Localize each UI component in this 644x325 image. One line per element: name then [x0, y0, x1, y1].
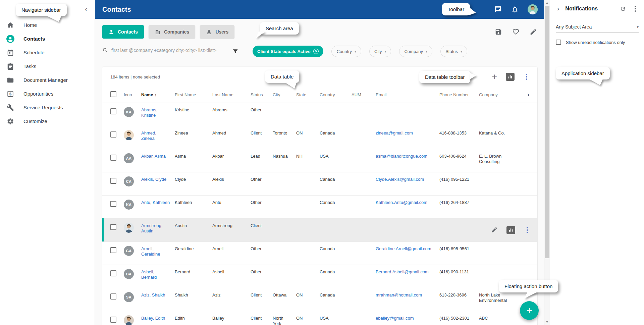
table-row[interactable]: BA Asbell, Bernard Bernard Asbell Other … [102, 265, 537, 288]
row-checkbox[interactable] [110, 317, 116, 323]
panel-collapse-chevron-icon[interactable]: › [557, 5, 559, 12]
table-row[interactable]: AA Akbar, Asma Asma Akbar Lead Nashua NH… [102, 149, 537, 172]
scrollbar-thumb[interactable] [545, 6, 549, 258]
status-filter-chip[interactable]: Status▾ [440, 46, 467, 57]
contact-email-link[interactable]: ebailey@gmail.com [376, 316, 414, 321]
column-header-status[interactable]: Status [251, 92, 273, 97]
column-header-company[interactable]: Company [479, 92, 519, 97]
column-header-last-name[interactable]: Last Name [212, 92, 251, 97]
row-column-setup-icon[interactable] [506, 226, 515, 234]
column-setup-icon[interactable] [506, 73, 515, 81]
active-filter-chip[interactable]: Client State equals Active ✕ [253, 46, 323, 57]
city-filter-chip[interactable]: City▾ [369, 46, 391, 57]
contact-email-link[interactable]: mrahman@hotmail.com [376, 292, 422, 297]
contact-name-link[interactable]: Armstrong, Austin [141, 223, 163, 233]
refresh-icon[interactable] [619, 5, 627, 12]
row-checkbox[interactable] [110, 155, 116, 161]
notifications-bell-icon[interactable] [511, 5, 519, 13]
filter-funnel-icon[interactable] [231, 47, 239, 55]
contact-email-link[interactable]: zineea@gmail.com [376, 130, 413, 136]
column-header-aum[interactable]: AUM [352, 92, 376, 97]
contact-name-link[interactable]: Asbell, Bernard [141, 269, 157, 280]
column-header-email[interactable]: Email [376, 92, 439, 97]
contact-name-link[interactable]: Bailey, Edith [141, 316, 165, 321]
tab-label: Companies [164, 29, 189, 35]
contact-name-link[interactable]: Alexis, Clyde [141, 177, 166, 182]
scroll-down-icon[interactable]: ▼ [544, 319, 550, 325]
table-row[interactable]: KA Antu, Kathleen Kathleen Antu Other Ca… [102, 196, 537, 219]
row-checkbox[interactable] [110, 293, 116, 300]
chip-close-icon[interactable]: ✕ [313, 49, 319, 54]
unread-only-checkbox[interactable] [556, 40, 561, 45]
favorite-heart-icon[interactable] [512, 28, 520, 36]
table-row[interactable]: KA Abrams, Kristine Kristine Abrams Othe… [102, 103, 537, 126]
contact-name-link[interactable]: Ahmed, Zineea [141, 130, 156, 141]
edit-pencil-icon[interactable] [529, 28, 537, 36]
table-row[interactable]: SA Aziz, Shaikh Shaikh Aziz Client Ottaw… [102, 288, 537, 311]
sidebar-collapse-icon[interactable]: ‹ [85, 5, 87, 13]
row-checkbox[interactable] [110, 178, 116, 184]
table-row[interactable]: GA Arnell, Geraldine Geraldine Arnell Ot… [102, 242, 537, 265]
search-field[interactable] [102, 47, 224, 55]
row-checkbox[interactable] [110, 270, 116, 276]
column-header-state[interactable]: State [296, 92, 320, 97]
cell-state: ON [296, 288, 320, 311]
tab-contacts[interactable]: Contacts [102, 25, 144, 39]
row-edit-pencil-icon[interactable] [491, 226, 498, 234]
nav-item-contacts[interactable]: Contacts [0, 32, 95, 46]
column-header-name[interactable]: Name↑ [141, 92, 175, 97]
vertical-scrollbar[interactable]: ▲ ▼ [544, 0, 550, 325]
tab-companies[interactable]: Companies [149, 25, 195, 39]
nav-item-customize[interactable]: Customize [0, 114, 95, 128]
contact-email-link[interactable]: Kathleen.Antu@gmail.com [376, 200, 427, 205]
scroll-up-icon[interactable]: ▲ [544, 0, 550, 6]
nav-item-service-requests[interactable]: Service Requests [0, 101, 95, 114]
column-header-country[interactable]: Country [320, 92, 352, 97]
more-columns-chevron-icon[interactable]: › [527, 91, 531, 98]
contact-name-link[interactable]: Arnell, Geraldine [141, 246, 160, 257]
contact-email-link[interactable]: Bernard.Asbell@gmail.com [376, 269, 429, 274]
search-input[interactable] [111, 48, 224, 53]
company-filter-chip[interactable]: Company▾ [399, 46, 432, 57]
cell-last-name: Ahmed [212, 126, 251, 149]
contact-email-link[interactable]: Clyde.Alexis@gmail.com [376, 177, 424, 182]
add-contact-icon[interactable]: + [492, 72, 497, 82]
nav-item-label: Home [23, 22, 37, 28]
table-more-menu-icon[interactable] [523, 73, 530, 81]
chat-icon[interactable] [494, 5, 502, 13]
table-body: KA Abrams, Kristine Kristine Abrams Othe… [102, 103, 537, 325]
row-checkbox[interactable] [110, 247, 116, 253]
row-more-menu-icon[interactable] [524, 226, 531, 234]
tab-users[interactable]: Users [200, 25, 234, 39]
table-row[interactable]: Bailey, Edith Edith Bailey Client North … [102, 311, 537, 325]
save-icon[interactable] [494, 28, 502, 36]
column-header-icon[interactable]: Icon [124, 92, 141, 97]
contact-name-link[interactable]: Antu, Kathleen [141, 200, 170, 205]
contact-email-link[interactable]: Geraldine.Arnell@gmail.com [376, 246, 431, 251]
notifications-more-menu-icon[interactable] [632, 5, 639, 13]
table-row[interactable]: Ahmed, Zineea Zineea Ahmed Client Toront… [102, 126, 537, 149]
column-header-phone-number[interactable]: Phone Number [439, 92, 479, 97]
row-checkbox[interactable] [110, 108, 116, 114]
contact-email-link[interactable]: asma@blanditcongue.com [376, 154, 427, 159]
subject-area-select[interactable]: Any Subject Area ▾ [556, 24, 639, 33]
cell-phone: 603-406-9624 [439, 149, 479, 172]
nav-item-schedule[interactable]: Schedule [0, 46, 95, 59]
contact-name-link[interactable]: Abrams, Kristine [141, 107, 157, 118]
nav-item-opportunities[interactable]: $ Opportunities [0, 87, 95, 101]
column-header-city[interactable]: City [273, 92, 296, 97]
table-row[interactable]: CA Alexis, Clyde Clyde Alexis Other Cana… [102, 172, 537, 196]
nav-item-document-manager[interactable]: Document Manager [0, 73, 95, 87]
country-filter-chip[interactable]: Country▾ [331, 46, 361, 57]
row-checkbox[interactable] [110, 224, 116, 230]
contact-name-link[interactable]: Akbar, Asma [141, 154, 166, 159]
floating-action-add-button[interactable]: + [520, 301, 539, 320]
contact-name-link[interactable]: Aziz, Shaikh [141, 292, 165, 297]
row-checkbox[interactable] [110, 201, 116, 207]
column-header-first-name[interactable]: First Name [175, 92, 212, 97]
row-checkbox[interactable] [110, 131, 116, 138]
nav-item-tasks[interactable]: Tasks [0, 59, 95, 73]
select-all-checkbox[interactable] [110, 91, 124, 98]
user-avatar[interactable] [528, 4, 538, 14]
table-row[interactable]: Armstrong, Austin Austin Armstrong Clien… [102, 219, 537, 242]
